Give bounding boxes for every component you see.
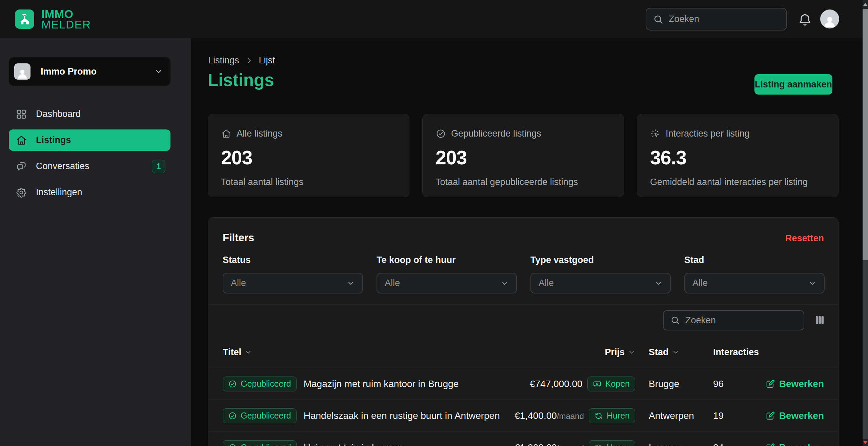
filter-value: Alle — [692, 278, 708, 288]
chevron-down-icon — [501, 279, 509, 287]
edit-button[interactable]: Bewerken — [765, 442, 824, 446]
pencil-square-icon — [765, 443, 775, 446]
table-header: Titel Prijs Stad Interacties — [208, 337, 838, 368]
column-header-stad[interactable]: Stad — [644, 347, 708, 358]
listing-city: Antwerpen — [644, 410, 708, 421]
listing-city: Brugge — [644, 379, 708, 389]
house-signal-icon — [18, 13, 32, 26]
page-scrollbar — [863, 0, 868, 446]
stat-cards: Alle listings 203 Totaal aantal listings… — [208, 114, 839, 197]
workspace-selector[interactable]: Immo Promo — [9, 57, 170, 86]
columns-view-button[interactable] — [814, 315, 825, 325]
filter-stad-select[interactable]: Alle — [684, 273, 825, 293]
chevron-down-icon — [154, 67, 163, 76]
table-body: Gepubliceerd Magazijn met ruim kantoor i… — [208, 368, 838, 446]
listing-price: €1,400.00/maand — [514, 410, 584, 421]
sidebar-item-instellingen[interactable]: Instellingen — [9, 182, 170, 203]
reset-filters-button[interactable]: Resetten — [785, 233, 824, 244]
stat-description: Totaal aantal gepubliceerde listings — [436, 177, 611, 187]
sidebar-item-label: Instellingen — [36, 187, 82, 198]
filter-stad: Stad Alle — [684, 255, 825, 293]
search-icon — [653, 14, 663, 24]
listing-title: Magazijn met ruim kantoor in Brugge — [304, 379, 459, 389]
notifications-button[interactable] — [797, 12, 813, 28]
sidebar-item-label: Listings — [36, 135, 71, 145]
filter-label: Te koop of te huur — [377, 255, 517, 265]
filters-panel: Filters Resetten Status Alle Te koop of … — [208, 217, 839, 446]
chevron-right-icon — [245, 57, 253, 64]
listing-interactions: 96 — [708, 379, 770, 389]
stat-label: Alle listings — [237, 128, 282, 139]
sort-chevron-icon — [245, 349, 252, 356]
sidebar-item-listings[interactable]: Listings — [9, 129, 170, 151]
unread-count-badge: 1 — [152, 160, 165, 173]
scroll-up-arrow-icon[interactable] — [863, 3, 867, 6]
home-icon — [16, 135, 27, 146]
filter-status: Status Alle — [223, 255, 363, 293]
listing-city: Leuven — [644, 442, 708, 446]
listing-interactions: 19 — [708, 410, 770, 421]
stat-value: 203 — [436, 146, 611, 169]
listing-interactions: 24 — [708, 442, 770, 446]
workspace-name: Immo Promo — [41, 66, 97, 77]
home-icon — [221, 128, 231, 139]
stat-description: Gemiddeld aantal interacties per listing — [650, 177, 825, 187]
filter-koop-huur-select[interactable]: Alle — [377, 273, 517, 293]
sidebar: Immo Promo Dashboard Listings — [0, 38, 191, 446]
page-title: Listings — [208, 70, 274, 90]
stat-card-published-listings: Gepubliceerde listings 203 Totaal aantal… — [422, 114, 624, 197]
table-row: Gepubliceerd Huis met tuin in Leuven €1,… — [208, 432, 838, 446]
table-search — [663, 310, 804, 330]
bell-icon — [797, 12, 813, 27]
user-avatar[interactable] — [820, 9, 839, 28]
stat-card-interactions: Interacties per listing 36.3 Gemiddeld a… — [637, 114, 839, 197]
listing-title: Handelszaak in een rustige buurt in Antw… — [304, 410, 500, 421]
table-row: Gepubliceerd Handelszaak in een rustige … — [208, 400, 838, 432]
cursor-click-icon — [650, 128, 661, 139]
edit-button[interactable]: Bewerken — [765, 379, 824, 389]
column-header-interacties: Interacties — [708, 347, 770, 358]
filter-type-select[interactable]: Alle — [530, 273, 671, 293]
table-search-input[interactable] — [685, 315, 797, 326]
scroll-down-arrow-icon[interactable] — [863, 441, 867, 444]
stat-value: 36.3 — [650, 146, 825, 169]
global-search — [646, 8, 787, 31]
column-header-titel[interactable]: Titel — [223, 347, 521, 358]
breadcrumb-parent[interactable]: Listings — [208, 55, 239, 66]
edit-button[interactable]: Bewerken — [765, 410, 824, 421]
status-badge: Gepubliceerd — [223, 377, 297, 391]
create-listing-button[interactable]: Listing aanmaken — [754, 74, 832, 95]
filter-value: Alle — [385, 278, 400, 288]
scrollbar-thumb[interactable] — [863, 9, 868, 260]
app-logo[interactable] — [15, 9, 34, 29]
global-search-input[interactable] — [669, 14, 780, 24]
column-header-prijs[interactable]: Prijs — [521, 347, 644, 358]
filter-type-vastgoed: Type vastgoed Alle — [530, 255, 671, 293]
person-icon — [822, 14, 837, 28]
sidebar-nav: Dashboard Listings Conversaties 1 — [9, 103, 170, 203]
filter-value: Alle — [231, 278, 246, 288]
chevron-down-icon — [347, 279, 355, 287]
gear-icon — [16, 187, 27, 198]
sidebar-item-conversaties[interactable]: Conversaties 1 — [9, 156, 170, 177]
filter-label: Type vastgoed — [530, 255, 671, 265]
sidebar-item-dashboard[interactable]: Dashboard — [9, 103, 170, 125]
sort-chevron-icon — [672, 349, 679, 356]
refresh-icon — [594, 443, 603, 446]
check-circle-icon — [228, 411, 237, 420]
stat-value: 203 — [221, 146, 396, 169]
columns-icon — [814, 315, 825, 325]
filter-status-select[interactable]: Alle — [223, 273, 363, 293]
check-circle-icon — [228, 443, 237, 446]
chat-bubbles-icon — [16, 161, 27, 172]
status-badge: Gepubliceerd — [223, 408, 297, 423]
search-icon — [670, 316, 680, 325]
listing-price: €747,000.00 — [530, 379, 583, 389]
stat-card-all-listings: Alle listings 203 Totaal aantal listings — [208, 114, 409, 197]
brand-wordmark: IMMO MELDER — [41, 9, 91, 30]
filter-value: Alle — [539, 278, 554, 288]
sidebar-item-label: Conversaties — [36, 161, 89, 171]
brand-line2: MELDER — [41, 19, 91, 30]
chevron-down-icon — [808, 279, 816, 287]
breadcrumb: Listings Lijst — [208, 55, 275, 66]
